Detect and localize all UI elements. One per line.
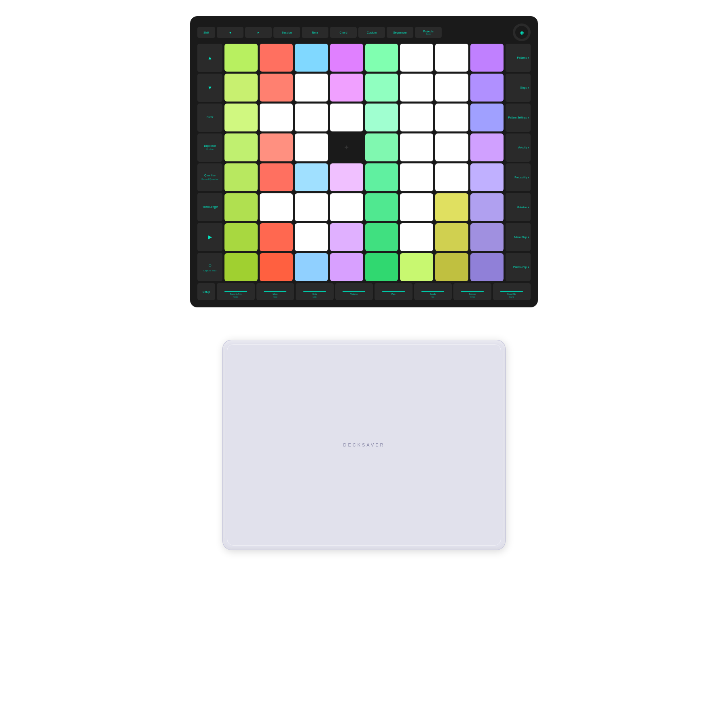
mutation-button[interactable]: Mutation › xyxy=(506,193,531,221)
pad-2-7[interactable] xyxy=(470,104,504,131)
cover-container: DECKSAVER xyxy=(214,332,514,558)
pad-4-1[interactable] xyxy=(260,163,293,191)
pad-2-1[interactable] xyxy=(260,104,293,131)
pad-1-6[interactable] xyxy=(435,74,468,102)
pad-1-5[interactable] xyxy=(400,74,433,102)
pad-0-5[interactable] xyxy=(400,44,433,72)
print-to-clip-button[interactable]: Print to Clip › xyxy=(506,253,531,281)
patterns-button[interactable]: Patterns › xyxy=(506,44,531,72)
pad-3-7[interactable] xyxy=(470,133,504,161)
logo-button[interactable]: ◈ xyxy=(513,23,531,41)
velocity-button[interactable]: Velocity › xyxy=(506,133,531,162)
record-arm-fader[interactable]: Record Arm Undo xyxy=(217,283,255,300)
session-button[interactable]: Session xyxy=(273,27,300,38)
down-arrow-button[interactable]: ▼ xyxy=(197,74,222,102)
pad-5-5[interactable] xyxy=(400,193,433,221)
solo-fader[interactable]: Solo Click xyxy=(296,283,334,300)
pad-6-3[interactable] xyxy=(330,223,363,251)
pad-6-2[interactable] xyxy=(295,223,328,251)
pad-3-6[interactable] xyxy=(435,133,468,161)
pad-7-5[interactable] xyxy=(400,253,433,281)
sends-fader[interactable]: Sends Tap xyxy=(414,283,452,300)
right-arrow-button[interactable]: ► xyxy=(245,27,272,38)
pad-2-4[interactable] xyxy=(365,104,398,131)
pad-4-3[interactable] xyxy=(330,163,363,191)
pad-7-4[interactable] xyxy=(365,253,398,281)
pad-6-1[interactable] xyxy=(260,223,293,251)
pad-1-7[interactable] xyxy=(470,74,504,102)
device-fader[interactable]: Device Tempo xyxy=(453,283,491,300)
volume-fader[interactable]: Volume • xyxy=(335,283,373,300)
pad-6-6[interactable] xyxy=(435,223,468,251)
mute-fader[interactable]: Mute Redo xyxy=(256,283,294,300)
pad-1-2[interactable] xyxy=(295,74,328,102)
pad-2-3[interactable] xyxy=(330,104,363,131)
pad-6-4[interactable] xyxy=(365,223,398,251)
pad-6-0[interactable] xyxy=(224,223,258,251)
pad-1-1[interactable] xyxy=(260,74,293,102)
pad-5-6[interactable] xyxy=(435,193,468,221)
pad-3-3-center[interactable] xyxy=(330,133,363,161)
sequencer-button[interactable]: Sequencer xyxy=(387,27,413,38)
pad-4-6[interactable] xyxy=(435,163,468,191)
pad-5-0[interactable] xyxy=(224,193,258,221)
pad-4-7[interactable] xyxy=(470,163,504,191)
pad-6-5[interactable] xyxy=(400,223,433,251)
duplicate-button[interactable]: Duplicate Double xyxy=(197,133,222,162)
pad-4-0[interactable] xyxy=(224,163,258,191)
pad-4-2[interactable] xyxy=(295,163,328,191)
pad-7-2[interactable] xyxy=(295,253,328,281)
capture-midi-button[interactable]: ○ Capture MIDI xyxy=(197,253,222,281)
clear-button[interactable]: Clear xyxy=(197,104,222,132)
pad-5-7[interactable] xyxy=(470,193,504,221)
pad-4-5[interactable] xyxy=(400,163,433,191)
pad-6-7[interactable] xyxy=(470,223,504,251)
pad-7-3[interactable] xyxy=(330,253,363,281)
pad-7-1[interactable] xyxy=(260,253,293,281)
micro-step-button[interactable]: Micro Step › xyxy=(506,223,531,251)
pad-7-7[interactable] xyxy=(470,253,504,281)
pad-5-2[interactable] xyxy=(295,193,328,221)
pad-2-5[interactable] xyxy=(400,104,433,131)
pad-5-1[interactable] xyxy=(260,193,293,221)
pad-1-3[interactable] xyxy=(330,74,363,102)
pad-1-4[interactable] xyxy=(365,74,398,102)
probability-button[interactable]: Probability › xyxy=(506,163,531,192)
pad-5-3[interactable] xyxy=(330,193,363,221)
steps-button[interactable]: Steps › xyxy=(506,74,531,102)
pan-fader[interactable]: Pan • • xyxy=(375,283,413,300)
fixed-length-button[interactable]: Fixed Length xyxy=(197,193,222,221)
pad-2-0[interactable] xyxy=(224,104,258,131)
pad-7-6[interactable] xyxy=(435,253,468,281)
pad-1-0[interactable] xyxy=(224,74,258,102)
stop-clip-fader[interactable]: Stop Clip Swing xyxy=(493,283,531,300)
pad-2-2[interactable] xyxy=(295,104,328,131)
pad-0-4[interactable] xyxy=(365,44,398,72)
pad-0-6[interactable] xyxy=(435,44,468,72)
left-arrow-button[interactable]: ◄ xyxy=(217,27,243,38)
pad-3-2[interactable] xyxy=(295,133,328,161)
projects-button[interactable]: Projects Save xyxy=(415,27,442,38)
pad-3-5[interactable] xyxy=(400,133,433,161)
quantise-button[interactable]: Quantise Record Quantise xyxy=(197,163,222,192)
pad-3-4[interactable] xyxy=(365,133,398,161)
pad-3-0[interactable] xyxy=(224,133,258,161)
pad-5-4[interactable] xyxy=(365,193,398,221)
play-button[interactable]: ▶ xyxy=(197,223,222,251)
up-arrow-button[interactable]: ▲ xyxy=(197,44,222,72)
setup-button[interactable]: Setup xyxy=(197,283,215,300)
pad-2-6[interactable] xyxy=(435,104,468,131)
note-button[interactable]: Note xyxy=(302,27,328,38)
shift-button[interactable]: Shift xyxy=(197,27,215,38)
pad-4-4[interactable] xyxy=(365,163,398,191)
pad-0-2[interactable] xyxy=(295,44,328,72)
pattern-settings-button[interactable]: Pattern Settings › xyxy=(506,104,531,132)
pad-3-1[interactable] xyxy=(260,133,293,161)
chord-button[interactable]: Chord xyxy=(330,27,357,38)
pad-0-0[interactable] xyxy=(224,44,258,72)
pad-0-7[interactable] xyxy=(470,44,504,72)
pad-0-1[interactable] xyxy=(260,44,293,72)
pad-7-0[interactable] xyxy=(224,253,258,281)
pad-0-3[interactable] xyxy=(330,44,363,72)
custom-button[interactable]: Custom xyxy=(358,27,385,38)
